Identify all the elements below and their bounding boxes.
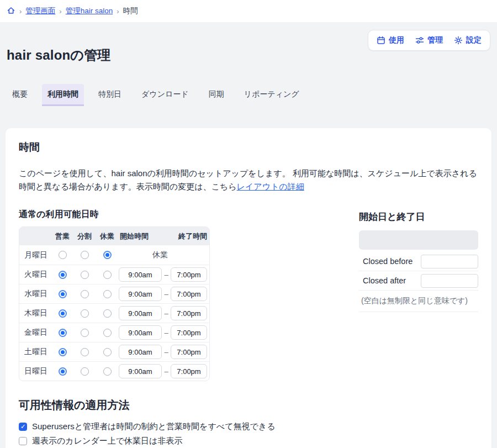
end-column-header: 終了時間 [171,231,209,241]
tab-special-days[interactable]: 特別日 [93,84,127,106]
closed-radio[interactable] [103,271,112,279]
weekly-hours-section: 通常の利用可能日時 営業 分割 休業 開始時間 終了時間 月曜日 [19,209,210,381]
start-time-input[interactable] [119,267,162,282]
start-time-input[interactable] [119,287,162,301]
sliders-icon [415,36,424,45]
split-radio[interactable] [81,309,89,318]
time-range-separator: – [162,348,171,356]
open-radio[interactable] [59,367,67,376]
start-time-input[interactable] [119,325,162,340]
end-time-input[interactable] [171,345,207,359]
weekly-hours-heading: 通常の利用可能日時 [19,209,210,220]
tab-sync[interactable]: 同期 [203,84,230,106]
time-range-separator: – [162,309,171,318]
open-radio[interactable] [59,348,67,356]
tab-download[interactable]: ダウンロード [136,84,194,106]
closed-after-row: Closed after [359,271,478,291]
open-radio[interactable] [59,271,67,279]
day-label: 水曜日 [19,289,51,299]
table-row-friday: 金曜日 – [19,323,209,342]
availability-section: 可用性情報の適用方法 Superusersと管理者は時間の制約と営業時間をすべて… [19,398,478,446]
breadcrumb-link-admin[interactable]: 管理画面 [25,6,55,16]
end-time-input[interactable] [171,267,207,282]
layout-details-link[interactable]: レイアウトの詳細 [237,182,304,191]
dates-table-header [359,230,478,250]
dates-note: (空白は無制限と同じ意味です) [359,291,478,312]
table-row-thursday: 木曜日 – [19,303,209,323]
use-button[interactable]: 使用 [377,35,404,45]
open-radio[interactable] [59,290,67,298]
time-range-separator: – [162,367,171,376]
gear-icon [454,36,463,45]
breadcrumb-separator: › [59,7,61,15]
home-icon[interactable] [7,6,15,15]
dates-heading: 開始日と終了日 [359,210,478,223]
end-time-input[interactable] [171,325,207,340]
closed-radio[interactable] [103,309,112,318]
breadcrumb-link-resource[interactable]: 管理hair salon [66,6,113,16]
day-label: 金曜日 [19,328,51,338]
closed-before-input[interactable] [421,255,478,268]
start-time-input[interactable] [119,345,162,359]
open-column-header: 営業 [51,231,73,241]
availability-heading: 可用性情報の適用方法 [19,398,478,413]
closed-column-header: 休業 [96,231,119,241]
split-radio[interactable] [81,271,89,279]
closed-radio[interactable] [103,329,112,337]
day-label: 日曜日 [19,366,51,376]
closed-radio[interactable] [103,348,112,356]
split-radio[interactable] [81,251,89,259]
day-label: 月曜日 [19,250,51,260]
table-row-saturday: 土曜日 – [19,342,209,361]
superusers-override-checkbox[interactable] [19,423,27,431]
availability-options: Superusersと管理者は時間の制約と営業時間をすべて無視できる 週表示のカ… [19,421,478,446]
time-range-separator: – [162,271,171,279]
split-radio[interactable] [81,329,89,337]
settings-button[interactable]: 設定 [454,35,482,45]
split-radio[interactable] [81,348,89,356]
start-end-dates-section: 開始日と終了日 Closed before Closed after (空白は無… [359,210,478,381]
breadcrumb-current: 時間 [123,6,138,16]
start-time-input[interactable] [119,364,162,378]
end-time-input[interactable] [171,306,207,320]
open-radio[interactable] [59,309,67,318]
start-column-header: 開始時間 [119,231,162,241]
start-time-input[interactable] [119,306,162,320]
day-label: 土曜日 [19,347,51,357]
tab-hours[interactable]: 利用時間 [42,84,84,106]
table-row-wednesday: 水曜日 – [19,284,209,303]
closed-radio[interactable] [103,251,112,259]
tab-overview[interactable]: 概要 [7,84,33,106]
closed-before-label: Closed before [363,257,413,266]
open-radio[interactable] [59,329,67,337]
breadcrumb-separator: › [19,7,22,15]
breadcrumb: › 管理画面 › 管理hair salon › 時間 [0,0,497,22]
end-time-input[interactable] [171,287,207,301]
split-radio[interactable] [81,290,89,298]
tab-reporting[interactable]: リポーティング [239,84,305,106]
manage-button-label: 管理 [427,35,443,45]
hide-closed-days-checkbox[interactable] [19,437,27,445]
card-description: このページを使用して、hair salonの利用時間のセットアップをします。 利… [19,167,478,193]
manage-button[interactable]: 管理 [415,35,443,45]
closed-before-row: Closed before [359,252,478,271]
closed-radio[interactable] [103,290,112,298]
use-button-label: 使用 [389,35,404,45]
open-radio[interactable] [59,251,67,259]
end-time-input[interactable] [171,364,207,378]
hours-card: 時間 このページを使用して、hair salonの利用時間のセットアップをします… [6,128,491,448]
hide-closed-days-option[interactable]: 週表示のカレンダー上で休業日は非表示 [19,436,478,446]
closed-radio[interactable] [103,367,112,376]
header-action-group: 使用 管理 設定 [368,30,490,51]
table-row-sunday: 日曜日 – [19,361,209,381]
card-heading: 時間 [19,140,484,155]
day-label: 火曜日 [19,270,51,280]
table-row-tuesday: 火曜日 – [19,265,209,284]
closed-after-label: Closed after [363,276,406,285]
split-radio[interactable] [81,367,89,376]
closed-after-input[interactable] [421,274,478,288]
weekly-hours-table: 営業 分割 休業 開始時間 終了時間 月曜日 休業 火曜日 [19,226,210,381]
table-row-monday: 月曜日 休業 [19,245,209,265]
time-range-separator: – [162,329,171,337]
superusers-override-option[interactable]: Superusersと管理者は時間の制約と営業時間をすべて無視できる [19,421,478,432]
